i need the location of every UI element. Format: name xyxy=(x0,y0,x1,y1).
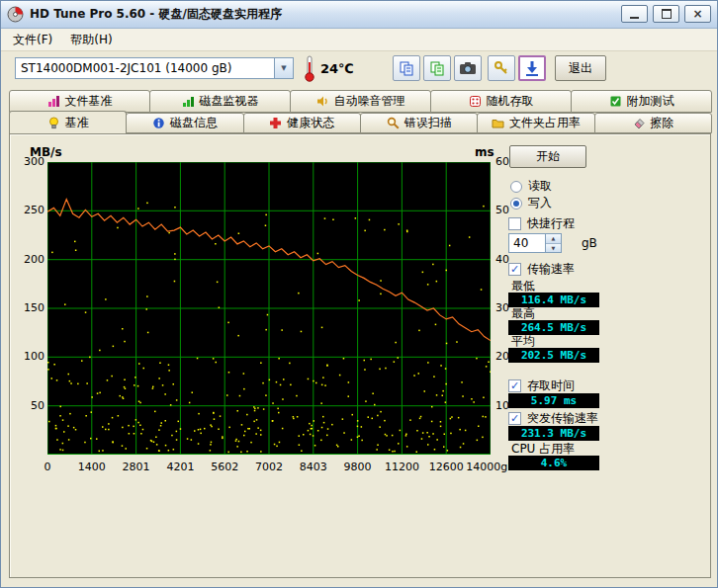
tab-label: 磁盘监视器 xyxy=(200,93,259,110)
burst-rate-row[interactable]: 突发传输速率 xyxy=(508,410,598,427)
tab-disk-info[interactable]: 磁盘信息 xyxy=(126,113,243,133)
shortstroke-size-stepper[interactable]: ▲ ▼ xyxy=(508,233,562,253)
minimize-icon xyxy=(630,17,639,19)
read-radio-row[interactable]: 读取 xyxy=(510,178,552,195)
y-axis-right-tick: 50 xyxy=(495,204,527,216)
error-scan-magnifier-icon xyxy=(387,117,400,129)
thermometer-icon xyxy=(303,54,316,82)
tab-health[interactable]: 健康状态 xyxy=(243,113,361,133)
y-axis-left-tick: 50 xyxy=(12,399,45,412)
menu-bar: 文件(F) 帮助(H) xyxy=(1,29,717,51)
extra-tests-icon xyxy=(609,95,622,108)
minimize-button[interactable] xyxy=(621,5,648,23)
shortstroke-size-input[interactable] xyxy=(509,234,545,252)
title-bar[interactable]: HD Tune Pro 5.60 - 硬盘/固态硬盘实用程序 × xyxy=(1,1,717,29)
y-axis-left-tick: 250 xyxy=(12,204,45,216)
benchmark-chart xyxy=(47,162,491,455)
tab-label: 健康状态 xyxy=(287,115,334,131)
tab-label: 附加测试 xyxy=(627,93,674,110)
health-cross-icon xyxy=(269,117,282,129)
copy-text-button[interactable] xyxy=(393,55,420,81)
disk-info-icon xyxy=(152,117,165,129)
window-controls: × xyxy=(621,5,711,23)
y-axis-left-tick: 300 xyxy=(12,155,45,168)
options-button[interactable] xyxy=(488,55,515,81)
camera-icon xyxy=(459,61,477,75)
tab-label: 随机存取 xyxy=(487,93,534,110)
tab-extra-tests[interactable]: 附加测试 xyxy=(571,90,712,113)
tab-benchmark[interactable]: 基准 xyxy=(9,111,127,133)
benchmark-bulb-icon xyxy=(47,117,60,129)
tab-error-scan[interactable]: 错误扫描 xyxy=(360,113,478,133)
y-axis-right-tick: 20 xyxy=(495,350,527,363)
read-radio-label: 读取 xyxy=(528,178,552,195)
exit-button[interactable]: 退出 xyxy=(555,55,606,81)
folder-usage-icon xyxy=(492,117,504,129)
y-axis-right-label: ms xyxy=(475,145,494,159)
app-window: HD Tune Pro 5.60 - 硬盘/固态硬盘实用程序 × 文件(F) 帮… xyxy=(0,0,718,588)
disk-monitor-icon xyxy=(182,95,195,108)
window-title: HD Tune Pro 5.60 - 硬盘/固态硬盘实用程序 xyxy=(30,6,282,23)
tab-label: 自动噪音管理 xyxy=(334,93,405,110)
write-radio-label: 写入 xyxy=(528,195,552,211)
close-button[interactable]: × xyxy=(684,5,711,23)
access-time-checkbox[interactable] xyxy=(508,379,521,392)
chart-plot-area xyxy=(47,162,491,455)
stepper-down-icon[interactable]: ▼ xyxy=(546,244,561,253)
tab-label: 磁盘信息 xyxy=(170,115,218,131)
download-arrow-icon xyxy=(524,60,540,76)
menu-file[interactable]: 文件(F) xyxy=(4,29,61,51)
y-axis-right-tick: 60 xyxy=(495,155,527,168)
combobox-dropdown-icon[interactable]: ▼ xyxy=(274,58,293,78)
tab-label: 错误扫描 xyxy=(404,115,452,131)
access-time-row[interactable]: 存取时间 xyxy=(508,378,575,394)
tab-label: 擦除 xyxy=(650,115,673,131)
stepper-buttons[interactable]: ▲ ▼ xyxy=(545,234,561,252)
temperature-value: 24℃ xyxy=(320,61,354,76)
close-icon: × xyxy=(692,8,702,20)
y-axis-left-tick: 200 xyxy=(12,253,45,266)
menu-help[interactable]: 帮助(H) xyxy=(61,29,121,51)
maximize-icon xyxy=(662,9,672,19)
burst-rate-value: 231.3 MB/s xyxy=(508,426,599,441)
drive-select-value: ST14000DM001-2JC101 (14000 gB) xyxy=(16,58,274,78)
file-benchmark-icon xyxy=(47,95,60,108)
app-icon xyxy=(7,6,24,23)
burst-rate-checkbox[interactable] xyxy=(508,412,521,425)
access-time-label: 存取时间 xyxy=(527,378,575,394)
y-axis-left-tick: 150 xyxy=(12,301,45,314)
tab-disk-monitor[interactable]: 磁盘监视器 xyxy=(149,90,291,113)
speaker-icon xyxy=(316,95,329,108)
tab-random-access[interactable]: 随机存取 xyxy=(430,90,572,113)
stepper-up-icon[interactable]: ▲ xyxy=(546,234,561,244)
x-axis-tick: 14000gB xyxy=(459,461,522,473)
burst-rate-label: 突发传输速率 xyxy=(527,410,598,427)
copy-image-button[interactable] xyxy=(423,55,451,81)
y-axis-right-tick: 40 xyxy=(495,253,527,266)
shortstroke-checkbox[interactable] xyxy=(508,217,521,230)
shortstroke-label: 快捷行程 xyxy=(527,215,575,232)
tab-aam[interactable]: 自动噪音管理 xyxy=(290,90,431,113)
tab-label: 文件基准 xyxy=(65,93,113,110)
save-results-button[interactable] xyxy=(518,55,546,81)
tab-file-benchmark[interactable]: 文件基准 xyxy=(9,90,150,113)
tab-label: 基准 xyxy=(65,115,89,131)
shortstroke-row[interactable]: 快捷行程 xyxy=(508,215,575,232)
shortstroke-unit-label: gB xyxy=(582,236,597,250)
screenshot-button[interactable] xyxy=(454,55,482,81)
dice-icon xyxy=(469,95,482,108)
erase-icon xyxy=(632,117,645,129)
y-axis-right-tick: 30 xyxy=(495,301,527,314)
keys-icon xyxy=(494,60,509,76)
y-axis-right-tick: 10 xyxy=(495,399,527,412)
read-radio[interactable] xyxy=(510,181,522,193)
drive-select-combobox[interactable]: ST14000DM001-2JC101 (14000 gB) ▼ xyxy=(15,57,294,79)
benchmark-panel: MB/s ms 开始 读取 写入 快捷行程 ▲ ▼ gB 传输速 xyxy=(9,133,711,578)
tab-strip-primary: 基准 磁盘信息 健康状态 错误扫描 xyxy=(9,113,711,133)
maximize-button[interactable] xyxy=(653,5,679,23)
tab-erase[interactable]: 擦除 xyxy=(594,113,712,133)
tab-strip-secondary: 文件基准 磁盘监视器 自动噪音管理 随机存取 xyxy=(9,90,711,113)
copy-text-icon xyxy=(399,60,414,76)
tab-folder-usage[interactable]: 文件夹占用率 xyxy=(477,113,594,133)
tab-label: 文件夹占用率 xyxy=(509,115,581,131)
